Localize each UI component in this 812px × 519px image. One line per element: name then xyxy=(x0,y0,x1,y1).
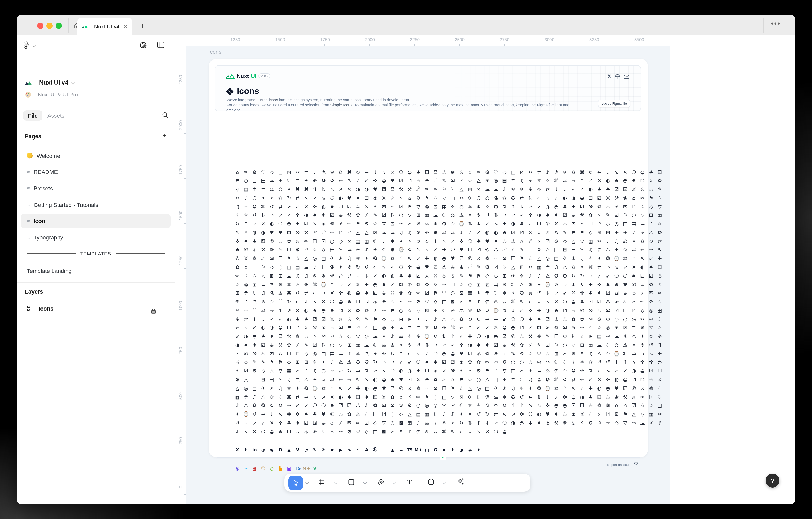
pen-tool-button[interactable] xyxy=(377,478,384,486)
window-zoom-button[interactable] xyxy=(56,23,62,29)
lucide-grid-icon: ▽ xyxy=(638,211,647,219)
brand-icon: ☁ xyxy=(397,446,405,454)
help-button[interactable]: ? xyxy=(765,473,780,488)
lucide-grid-icon: ☂ xyxy=(242,393,250,401)
sidebar-item-typography[interactable]: ≈Typography xyxy=(21,230,171,244)
add-page-button[interactable]: + xyxy=(163,131,167,139)
lucide-grid-icon: ⚁ xyxy=(526,220,534,228)
lucide-grid-icon: ☕ xyxy=(500,341,509,349)
lucide-grid-icon: ⚠ xyxy=(561,263,569,271)
lucide-grid-icon: ✪ xyxy=(561,271,569,280)
lucide-grid-icon: ♡ xyxy=(492,168,500,176)
frame-tool-button[interactable] xyxy=(318,479,325,486)
lucide-grid-icon: ✓ xyxy=(449,341,457,349)
sidebar-item-template-landing[interactable]: Template Landing xyxy=(21,264,171,278)
move-tool-button[interactable] xyxy=(288,475,303,490)
window-close-button[interactable] xyxy=(37,23,44,29)
lucide-grid-icon: ✆ xyxy=(328,410,336,418)
actions-ai-button[interactable] xyxy=(457,478,464,486)
lucide-grid-icon: ⚖ xyxy=(457,306,466,314)
lucide-grid-icon: ⚓ xyxy=(440,263,448,271)
lucide-grid-icon: ✿ xyxy=(656,176,664,185)
lucide-grid-icon: ⚐ xyxy=(552,341,560,349)
lucide-grid-icon: ⚡ xyxy=(233,367,241,375)
x-social-icon[interactable]: 𝕏 xyxy=(607,74,611,79)
lock-icon[interactable] xyxy=(151,307,156,316)
version-badge: v4.0.0 xyxy=(258,73,270,79)
figma-menu-chevron-icon[interactable] xyxy=(32,44,36,47)
lucide-grid-icon: ✉ xyxy=(500,254,509,262)
lucide-grid-icon: ⇅ xyxy=(500,202,509,210)
file-name[interactable]: - Nuxt UI v4 xyxy=(36,80,68,86)
search-icon[interactable] xyxy=(162,111,169,119)
more-menu-button[interactable]: ••• xyxy=(771,20,781,27)
file-subtitle[interactable]: - Nuxt UI & UI Pro xyxy=(35,91,78,97)
pen-tool-chevron-icon[interactable] xyxy=(393,481,396,485)
lucide-grid-icon: ⚠ xyxy=(630,332,638,340)
lucide-grid-icon: ⇄ xyxy=(345,271,353,280)
file-name-chevron-icon[interactable] xyxy=(71,81,75,84)
lucide-grid-icon: ▽ xyxy=(656,202,664,210)
lucide-grid-icon: ✿ xyxy=(354,211,362,219)
lucide-grid-icon: ⚓ xyxy=(457,358,466,366)
lucide-figma-file-button[interactable]: Lucide Figma file xyxy=(598,99,630,107)
lucide-grid-icon: ♠ xyxy=(630,271,638,280)
move-tool-chevron-icon[interactable] xyxy=(306,481,309,485)
lucide-grid-icon: ▤ xyxy=(595,332,604,340)
lucide-grid-icon: ⚔ xyxy=(233,358,241,366)
figma-menu-icon[interactable] xyxy=(24,41,30,50)
layer-row-icons[interactable]: Icons xyxy=(27,306,53,312)
new-tab-button[interactable]: + xyxy=(137,20,148,31)
report-issue[interactable]: Report an issue: xyxy=(607,462,639,466)
toggle-sidebar-icon[interactable] xyxy=(157,41,165,49)
lucide-grid-icon: ☀ xyxy=(354,246,362,254)
lucide-grid-icon: ⇅ xyxy=(311,185,319,193)
ellipse-tool-button[interactable] xyxy=(428,478,434,486)
lucide-grid-icon: ⚃ xyxy=(612,289,620,297)
lucide-grid-icon: ↖ xyxy=(405,254,414,262)
shape-tool-chevron-icon[interactable] xyxy=(363,481,367,485)
frame-tool-chevron-icon[interactable] xyxy=(334,481,338,485)
lucide-grid-icon: ⚓ xyxy=(518,332,526,340)
lucide-grid-icon: ♦ xyxy=(569,202,578,210)
lucide-grid-icon: ⚖ xyxy=(483,194,491,202)
tab-close-icon[interactable]: ✕ xyxy=(123,24,128,29)
lucide-grid-icon: ⚗ xyxy=(251,297,259,306)
lucide-grid-icon: ♨ xyxy=(621,297,629,306)
tab-assets[interactable]: Assets xyxy=(47,110,65,121)
tab-nuxt-ui-v4[interactable]: - Nuxt UI v4 ✕ xyxy=(77,18,132,35)
simple-icons-link[interactable]: Simple Icons xyxy=(330,103,352,107)
layer-name[interactable]: Icons xyxy=(39,306,53,312)
lucide-grid-icon: ⚙ xyxy=(483,263,491,271)
brand-icon: ▲ xyxy=(388,446,397,454)
ellipse-tool-chevron-icon[interactable] xyxy=(443,481,446,485)
lucide-grid-icon: ❍ xyxy=(259,427,267,435)
lucide-grid-icon: → xyxy=(569,176,578,185)
tab-title: - Nuxt UI v4 xyxy=(91,23,119,29)
lucide-grid-icon: ⚙ xyxy=(397,401,405,410)
brand-icon: ▶ xyxy=(337,446,345,454)
nuxt-footer-logo-icon xyxy=(440,455,446,460)
ruler-label: 0 xyxy=(178,477,183,497)
globe-icon[interactable] xyxy=(615,74,620,79)
sidebar-item-icon[interactable]: ≈Icon xyxy=(21,214,171,228)
sidebar-item-welcome[interactable]: Welcome xyxy=(21,149,171,163)
lucide-icons-link[interactable]: Lucide icons xyxy=(256,97,278,102)
frame-label[interactable]: Icons xyxy=(208,49,221,55)
globe-publish-icon[interactable] xyxy=(139,41,147,49)
lucide-grid-icon: ⇄ xyxy=(276,202,285,210)
sidebar-item-presets[interactable]: ≈Presets xyxy=(21,181,171,195)
sidebar-item-readme[interactable]: ≈README xyxy=(21,165,171,179)
lucide-grid-icon: ↖ xyxy=(337,384,345,392)
lucide-grid-icon: ⚔ xyxy=(423,271,431,280)
window-minimize-button[interactable] xyxy=(47,23,53,29)
tab-file[interactable]: File xyxy=(23,110,42,121)
lucide-grid-icon: ↓ xyxy=(432,237,440,245)
icons-frame[interactable]: NuxtUI v4.0.0 𝕏 Icons We've integrated L… xyxy=(209,59,648,457)
sidebar-item-getting-started-tutorials[interactable]: ≈Getting Started - Tutorials xyxy=(21,198,171,211)
brand-icon: ◔ xyxy=(302,446,310,454)
mail-icon[interactable] xyxy=(624,74,629,79)
text-tool-button[interactable]: T xyxy=(407,478,412,487)
lucide-grid-icon: ☄ xyxy=(388,194,397,202)
shape-tool-button[interactable] xyxy=(348,479,354,486)
